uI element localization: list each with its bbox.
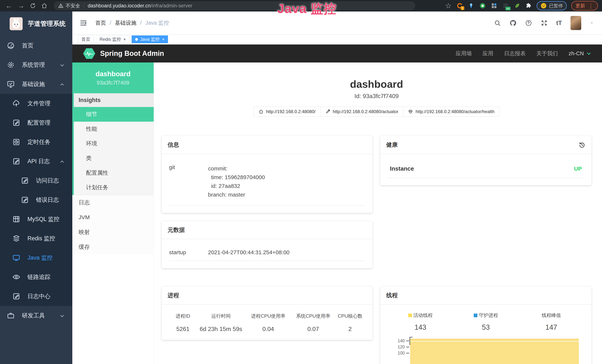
home-icon	[259, 109, 263, 114]
instance-health-url[interactable]: http://192.168.0.2:48080/actuator/health	[403, 107, 499, 117]
annotation-java-monitor: Java 监控	[277, 0, 336, 17]
tab-java-monitor[interactable]: Java 监控 ×	[132, 35, 168, 43]
metadata-row-value: 2021-04-27T00:44:31.254+08:00	[208, 249, 290, 256]
sba-item-caches[interactable]: 缓存	[72, 240, 154, 254]
status-badge: UP	[574, 166, 582, 172]
health-panel-title: 健康	[386, 141, 398, 149]
profile-paused-pill[interactable]: 已暂停	[537, 1, 567, 11]
ext-grid-icon[interactable]	[491, 2, 498, 9]
sidebar-item-dev-tools[interactable]: 研发工具	[0, 306, 72, 325]
sba-instance-header[interactable]: dashboard 93a3fc7f7409	[72, 63, 154, 93]
bookmark-star-icon[interactable]: ☆	[445, 2, 452, 10]
sba-instance-name: dashboard	[96, 70, 130, 78]
process-value-pid: 5261	[170, 326, 196, 332]
instance-service-url[interactable]: http://192.168.0.2:48080/	[254, 107, 321, 117]
fullscreen-icon[interactable]	[541, 20, 548, 27]
browser-reload-icon[interactable]	[30, 3, 36, 9]
ext-list-on-icon[interactable]: on	[502, 2, 509, 9]
sba-item-logging[interactable]: 日志	[72, 195, 154, 210]
breadcrumb-infrastructure[interactable]: 基础设施	[115, 19, 137, 27]
sba-nav-about[interactable]: 关于我们	[536, 50, 558, 57]
address-bar[interactable]: 不安全 dashboard.yudao.iocoder.cn/infra/adm…	[54, 1, 415, 10]
sidebar-item-log-center[interactable]: 日志中心	[0, 287, 72, 306]
app-logo-row[interactable]: 芋道管理系统	[0, 11, 72, 36]
profile-paused-label: 已暂停	[549, 3, 563, 9]
breadcrumb: 首页 / 基础设施 / Java 监控	[95, 19, 169, 27]
page-header: 首页 / 基础设施 / Java 监控 tT	[72, 11, 602, 34]
user-avatar[interactable]	[570, 16, 581, 30]
dev-tools-icon	[7, 311, 15, 320]
sidebar-item-api-log[interactable]: API 日志	[0, 152, 72, 171]
info-panel-title: 信息	[162, 136, 373, 154]
info-panel: 信息 git commit: time: 1596289704000 id: 2…	[162, 136, 373, 213]
browser-home-icon[interactable]	[41, 3, 47, 9]
active-tab-dot	[135, 38, 138, 41]
sidebar-item-infrastructure[interactable]: 基础设施	[0, 75, 72, 94]
sba-nav-journal[interactable]: 日志报表	[504, 50, 526, 57]
hamburger-icon[interactable]	[79, 19, 87, 27]
ext-leaf-icon[interactable]	[514, 2, 521, 9]
search-icon[interactable]	[494, 20, 501, 27]
close-icon[interactable]: ×	[123, 37, 126, 42]
browser-back-icon[interactable]: ←	[6, 2, 12, 9]
sidebar-item-access-log[interactable]: 访问日志	[0, 171, 72, 190]
chrome-update-button[interactable]: 更新 ⋮	[571, 1, 598, 11]
history-icon[interactable]	[579, 141, 585, 148]
sba-item-environment[interactable]: 环境	[74, 136, 154, 151]
sba-item-jvm[interactable]: JVM	[72, 210, 154, 225]
breadcrumb-home[interactable]: 首页	[95, 19, 106, 27]
extensions-puzzle-icon[interactable]	[525, 2, 532, 9]
spring-boot-admin-logo-icon[interactable]	[83, 48, 95, 59]
user-menu-caret-icon[interactable]	[590, 21, 594, 25]
sba-item-mappings[interactable]: 映射	[72, 225, 154, 240]
github-icon[interactable]	[509, 20, 516, 27]
sba-brand[interactable]: Spring Boot Admin	[100, 50, 164, 57]
sidebar-item-file-manage[interactable]: 文件管理	[0, 94, 72, 113]
sidebar-item-home[interactable]: 首页	[0, 36, 72, 55]
sidebar-item-error-log[interactable]: 错误日志	[0, 190, 72, 210]
screen: ← → 不安全 dashboard.yudao.iocoder.cn/infra…	[0, 0, 602, 364]
ext-pin-icon[interactable]	[468, 2, 475, 9]
sidebar-item-mysql-monitor[interactable]: MySQL 监控	[0, 210, 72, 229]
peak-threads-value: 147	[519, 323, 584, 331]
metadata-panel: 元数据 startup 2021-04-27T00:44:31.254+08:0…	[162, 221, 373, 268]
help-icon[interactable]	[525, 20, 532, 27]
sidebar-item-config-manage[interactable]: 配置管理	[0, 113, 72, 132]
sba-item-classes[interactable]: 类	[74, 151, 154, 166]
info-key: git	[169, 164, 197, 171]
tab-redis-monitor[interactable]: Redis 监控 ×	[96, 35, 129, 43]
browser-menu-icon[interactable]: ⋮	[588, 3, 594, 9]
sba-item-metrics[interactable]: 性能	[74, 122, 154, 136]
sidebar-item-trace[interactable]: 链路追踪	[0, 268, 72, 287]
sidebar-item-system[interactable]: 系统管理	[0, 55, 72, 75]
sba-main: dashboard Id: 93a3fc7f7409 http://192.16…	[154, 63, 602, 364]
sba-item-scheduled-tasks[interactable]: 计划任务	[74, 180, 154, 195]
sba-nav-applications[interactable]: 应用	[483, 50, 493, 57]
log-center-icon	[12, 292, 20, 300]
daemon-threads-value: 53	[453, 323, 519, 331]
sba-item-details[interactable]: 细节	[74, 107, 154, 122]
browser-forward-icon[interactable]: →	[18, 2, 24, 9]
tabs-bar: 首页 Redis 监控 × Java 监控 ×	[72, 34, 602, 44]
sba-language-select[interactable]: zh-CN	[569, 50, 591, 57]
font-size-icon[interactable]: tT	[556, 20, 562, 27]
close-icon[interactable]: ×	[162, 37, 164, 42]
legend-yellow-swatch	[408, 314, 412, 317]
sidebar-item-scheduled-task[interactable]: 定时任务	[0, 132, 72, 152]
legend-live-threads: 活动线程	[408, 312, 433, 319]
sidebar-item-java-monitor[interactable]: Java 监控	[0, 248, 72, 268]
process-value-system-cpu: 0.07	[292, 326, 334, 332]
sba-group-insights[interactable]: Insights	[74, 93, 154, 107]
sba-nav-wallboard[interactable]: 应用墙	[456, 50, 472, 57]
sidebar-submenu-infrastructure: 文件管理 配置管理 定时任务 API 日志 访问日志	[0, 94, 72, 306]
header-actions: tT	[494, 16, 594, 30]
ext-orange-icon[interactable]: 1	[456, 2, 463, 9]
security-label[interactable]: 不安全	[66, 3, 80, 9]
tab-home[interactable]: 首页	[78, 35, 94, 43]
sidebar-item-redis-monitor[interactable]: Redis 监控	[0, 229, 72, 248]
ext-green-circle-icon[interactable]	[479, 2, 486, 9]
security-warning-icon[interactable]	[58, 3, 64, 8]
instance-actuator-url[interactable]: http://192.168.0.2:48080/actuator	[320, 107, 403, 117]
sba-item-config-props[interactable]: 配置属性	[74, 166, 154, 180]
chevron-up-icon	[60, 82, 64, 86]
